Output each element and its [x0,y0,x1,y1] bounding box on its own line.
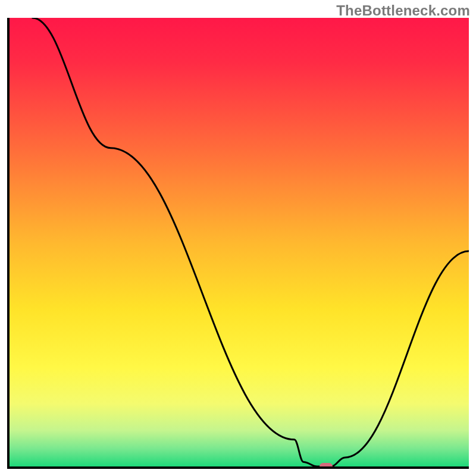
optimal-point-marker [320,463,333,469]
gradient-background [10,18,469,466]
plot-svg [10,18,469,466]
watermark-text: TheBottleneck.com [336,2,470,19]
plot-area [7,18,469,469]
chart-container: TheBottleneck.com [0,0,476,476]
